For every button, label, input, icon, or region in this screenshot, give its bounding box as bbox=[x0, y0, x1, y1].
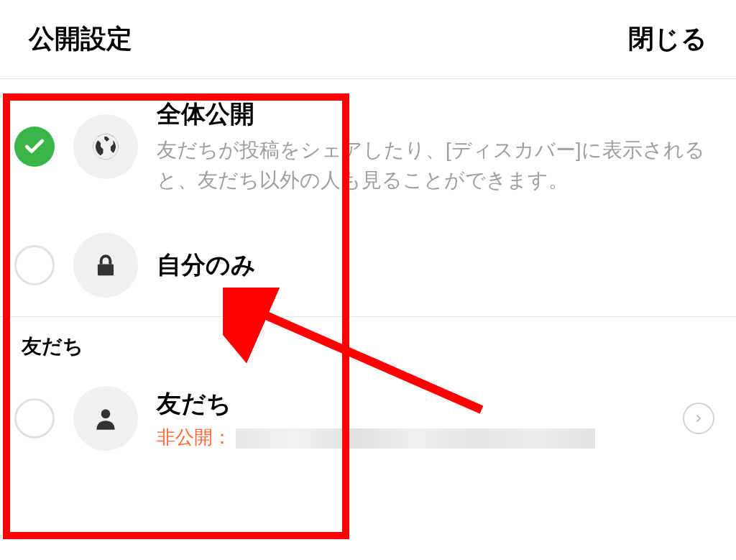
option-friends[interactable]: 友だち 非公開： bbox=[0, 367, 736, 469]
person-icon bbox=[92, 405, 119, 432]
option-title: 全体公開 bbox=[157, 98, 714, 131]
privacy-options-list: 全体公開 友だちが投稿をシェアしたり、[ディスカバー]に表示されると、友だち以外… bbox=[0, 78, 736, 469]
globe-icon-container bbox=[73, 114, 138, 179]
radio-selected[interactable] bbox=[14, 127, 55, 167]
option-only-me[interactable]: 自分のみ bbox=[0, 214, 736, 317]
header: 公開設定 閉じる bbox=[0, 0, 736, 78]
radio-unselected[interactable] bbox=[14, 398, 55, 439]
globe-icon bbox=[91, 132, 121, 162]
chevron-right-icon bbox=[693, 413, 704, 424]
option-public[interactable]: 全体公開 友だちが投稿をシェアしたり、[ディスカバー]に表示されると、友だち以外… bbox=[0, 79, 736, 214]
option-title: 友だち bbox=[157, 387, 664, 421]
radio-unselected[interactable] bbox=[14, 245, 55, 285]
option-text: 友だち 非公開： bbox=[157, 387, 664, 450]
option-description: 友だちが投稿をシェアしたり、[ディスカバー]に表示されると、友だち以外の人も見る… bbox=[157, 135, 714, 196]
svg-rect-1 bbox=[98, 264, 114, 275]
private-prefix: 非公開： bbox=[157, 426, 231, 448]
lock-icon bbox=[92, 252, 119, 279]
option-title: 自分のみ bbox=[157, 249, 714, 282]
option-text: 全体公開 友だちが投稿をシェアしたり、[ディスカバー]に表示されると、友だち以外… bbox=[157, 98, 714, 196]
private-list-label: 非公開： bbox=[157, 425, 664, 450]
page-title: 公開設定 bbox=[29, 22, 132, 57]
section-label-friends: 友だち bbox=[0, 317, 736, 367]
svg-point-2 bbox=[101, 409, 111, 418]
lock-icon-container bbox=[73, 233, 138, 298]
person-icon-container bbox=[73, 386, 138, 451]
redacted-names bbox=[236, 428, 595, 449]
close-button[interactable]: 閉じる bbox=[628, 22, 707, 57]
option-text: 自分のみ bbox=[157, 249, 714, 282]
check-icon bbox=[23, 135, 46, 158]
chevron-button[interactable] bbox=[683, 403, 714, 434]
